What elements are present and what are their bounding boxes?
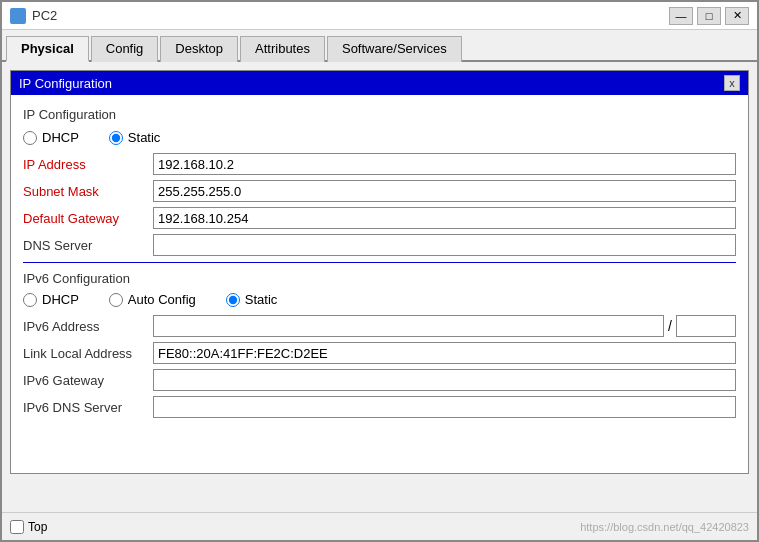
maximize-button[interactable]: □ (697, 7, 721, 25)
svg-rect-0 (12, 11, 24, 19)
tab-attributes[interactable]: Attributes (240, 36, 325, 62)
ipv6-address-label: IPv6 Address (23, 319, 153, 334)
default-gateway-input[interactable] (153, 207, 736, 229)
dns-server-input[interactable] (153, 234, 736, 256)
ipv6-radio-row: DHCP Auto Config Static (23, 292, 736, 307)
default-gateway-label: Default Gateway (23, 211, 153, 226)
link-local-row: Link Local Address (23, 342, 736, 364)
default-gateway-row: Default Gateway (23, 207, 736, 229)
watermark: https://blog.csdn.net/qq_42420823 (580, 521, 749, 533)
ipv6-dhcp-radio-label[interactable]: DHCP (23, 292, 79, 307)
ipv6-autoconfig-radio-label[interactable]: Auto Config (109, 292, 196, 307)
tab-config[interactable]: Config (91, 36, 159, 62)
panel-body: IP Configuration DHCP Static IP Address (11, 95, 748, 431)
ipv6-dns-input[interactable] (153, 396, 736, 418)
section-divider (23, 262, 736, 263)
app-icon (10, 8, 26, 24)
top-label: Top (28, 520, 47, 534)
ipv6-dns-row: IPv6 DNS Server (23, 396, 736, 418)
window-title: PC2 (32, 8, 669, 23)
ip-config-panel: IP Configuration x IP Configuration DHCP… (10, 70, 749, 474)
dns-server-label: DNS Server (23, 238, 153, 253)
panel-title-bar: IP Configuration x (11, 71, 748, 95)
minimize-button[interactable]: — (669, 7, 693, 25)
subnet-mask-input[interactable] (153, 180, 736, 202)
ipv6-section: IPv6 Configuration DHCP Auto Config (23, 271, 736, 418)
panel-title: IP Configuration (19, 76, 112, 91)
dns-server-row: DNS Server (23, 234, 736, 256)
ipv6-slash: / (668, 318, 672, 334)
link-local-label: Link Local Address (23, 346, 153, 361)
dhcp-radio-label[interactable]: DHCP (23, 130, 79, 145)
close-button[interactable]: ✕ (725, 7, 749, 25)
ipv4-radio-row: DHCP Static (23, 130, 736, 145)
tab-physical[interactable]: Physical (6, 36, 89, 62)
bottom-bar: Top https://blog.csdn.net/qq_42420823 (2, 512, 757, 540)
link-local-input[interactable] (153, 342, 736, 364)
ipv6-address-row: IPv6 Address / (23, 315, 736, 337)
main-window: PC2 — □ ✕ Physical Config Desktop Attrib… (0, 0, 759, 542)
static-radio[interactable] (109, 131, 123, 145)
ip-address-label: IP Address (23, 157, 153, 172)
ipv6-address-input[interactable] (153, 315, 664, 337)
ipv6-dhcp-radio[interactable] (23, 293, 37, 307)
ipv6-section-title: IPv6 Configuration (23, 271, 736, 286)
content-area: IP Configuration x IP Configuration DHCP… (2, 62, 757, 512)
tab-software-services[interactable]: Software/Services (327, 36, 462, 62)
subnet-mask-label: Subnet Mask (23, 184, 153, 199)
ipv6-prefix-input[interactable] (676, 315, 736, 337)
ip-address-input[interactable] (153, 153, 736, 175)
static-radio-label[interactable]: Static (109, 130, 161, 145)
title-bar: PC2 — □ ✕ (2, 2, 757, 30)
tab-bar: Physical Config Desktop Attributes Softw… (2, 30, 757, 62)
ipv4-section-title: IP Configuration (23, 107, 736, 122)
ipv6-gateway-input[interactable] (153, 369, 736, 391)
top-checkbox[interactable] (10, 520, 24, 534)
svg-rect-2 (13, 21, 23, 23)
ipv6-static-radio[interactable] (226, 293, 240, 307)
svg-rect-1 (15, 19, 21, 21)
top-checkbox-row: Top (10, 520, 47, 534)
ip-address-row: IP Address (23, 153, 736, 175)
ipv6-gateway-row: IPv6 Gateway (23, 369, 736, 391)
subnet-mask-row: Subnet Mask (23, 180, 736, 202)
ipv6-static-radio-label[interactable]: Static (226, 292, 278, 307)
ipv6-gateway-label: IPv6 Gateway (23, 373, 153, 388)
ipv6-dns-label: IPv6 DNS Server (23, 400, 153, 415)
ipv6-autoconfig-radio[interactable] (109, 293, 123, 307)
tab-desktop[interactable]: Desktop (160, 36, 238, 62)
window-controls: — □ ✕ (669, 7, 749, 25)
panel-close-button[interactable]: x (724, 75, 740, 91)
dhcp-radio[interactable] (23, 131, 37, 145)
